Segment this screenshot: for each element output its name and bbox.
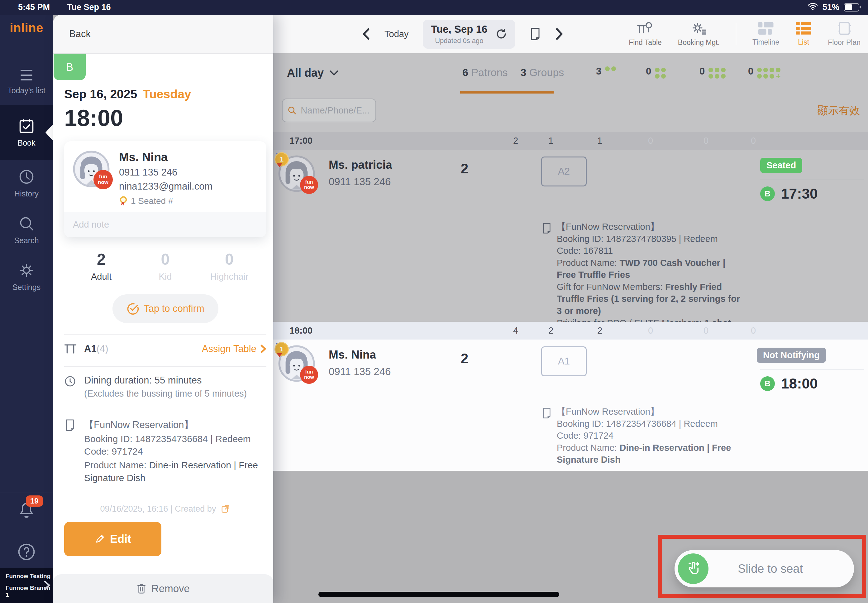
search-input[interactable]: [300, 105, 370, 116]
next-day-button[interactable]: [555, 28, 563, 40]
slide-to-seat-control[interactable]: Slide to seat: [675, 550, 854, 588]
size-count-1-2: 3: [596, 66, 616, 77]
table-badge[interactable]: A2: [541, 156, 587, 186]
all-day-filter[interactable]: All day: [287, 66, 339, 79]
booking-mgt-label: Booking Mgt.: [678, 39, 720, 47]
notification-badge: 19: [26, 495, 43, 507]
weekday-text: Tuesday: [143, 87, 191, 101]
find-table-label: Find Table: [629, 39, 662, 47]
view-floor-plan-button[interactable]: Floor Plan: [828, 21, 860, 47]
search-box[interactable]: [282, 99, 376, 122]
party-size: 2: [455, 351, 475, 366]
add-note-field[interactable]: Add note: [64, 212, 267, 237]
list-lines-icon: [19, 69, 34, 82]
guest-phone: 0911 135 246: [329, 176, 391, 188]
sidebar-item-settings[interactable]: Settings: [0, 254, 53, 300]
party-highchair[interactable]: 0 Highchair: [203, 250, 256, 282]
table-icon: [64, 343, 84, 355]
assign-table-label: Assign Table: [202, 343, 256, 354]
reservation-date: Sep 16, 2025Tuesday: [64, 87, 267, 101]
home-indicator[interactable]: [318, 592, 559, 597]
sidebar-item-book[interactable]: Book: [0, 105, 53, 160]
note-icon: [64, 418, 84, 484]
status-divider: [760, 179, 864, 180]
party-adult-count: 2: [75, 250, 128, 269]
party-size-dots: [655, 68, 666, 79]
sidebar-item-label: Settings: [12, 283, 40, 292]
prev-day-button[interactable]: [362, 28, 370, 40]
booking-time: B 17:30: [760, 185, 818, 202]
guest-visits: 1 Seated #: [119, 196, 213, 206]
note-section: 【FunNow Reservation】 Booking ID: 1487235…: [64, 410, 267, 484]
org-name: Funnow Testing: [6, 573, 53, 580]
floor-plan-label: Floor Plan: [828, 39, 860, 47]
help-button[interactable]: [0, 542, 53, 561]
size-count-value: 3: [596, 66, 601, 77]
branch-switcher[interactable]: Funnow Testing Funnow Branch 1: [0, 568, 53, 603]
party-size-row: 2 Adult 0 Kid 0 Highchair: [64, 250, 267, 282]
gear-icon: [19, 262, 35, 278]
swipe-hand-icon: [685, 561, 701, 577]
note-label: Booking ID: 14872354736684 | Redeem Code…: [557, 419, 718, 441]
note-label: Product Name:: [557, 258, 619, 268]
assign-table-button[interactable]: Assign Table: [202, 343, 267, 354]
refresh-icon[interactable]: [495, 28, 507, 40]
reservation-note: 【FunNow Reservation】 Booking ID: 1487235…: [542, 406, 744, 466]
medal-icon: [119, 196, 128, 206]
show-valid-toggle[interactable]: 顯示有效: [817, 104, 860, 118]
back-button[interactable]: Back: [69, 28, 91, 40]
status-time: 5:45 PM: [18, 3, 50, 12]
booking-source-icon: B: [760, 186, 775, 201]
slide-handle[interactable]: [678, 554, 708, 584]
party-size-dots: [708, 68, 726, 79]
avatar: 1 fun now: [278, 155, 315, 192]
created-by-text: 09/16/2025, 16:16 | Created by: [100, 504, 216, 514]
tap-to-confirm-button[interactable]: Tap to confirm: [113, 294, 218, 323]
party-adult-label: Adult: [75, 272, 128, 282]
remove-label: Remove: [151, 583, 190, 595]
edit-button[interactable]: Edit: [64, 522, 161, 556]
funnow-badge-bottom: now: [304, 375, 314, 380]
sidebar-item-history[interactable]: History: [0, 160, 53, 207]
band-time-label: 17:00: [290, 136, 313, 146]
floor-plan-icon: [837, 21, 851, 36]
app-screen: 5:45 PM Tue Sep 16 51% inline To: [0, 0, 868, 603]
size-count-value: 0: [700, 66, 705, 77]
table-badge[interactable]: A1: [541, 346, 587, 376]
all-day-label: All day: [287, 66, 324, 79]
band-count: 0: [699, 326, 713, 336]
today-button[interactable]: Today: [384, 29, 409, 39]
view-list-button[interactable]: List: [796, 22, 812, 46]
notifications-button[interactable]: 19: [0, 493, 53, 520]
band-count: 2: [509, 136, 523, 146]
trash-icon: [136, 583, 146, 594]
day-note-icon[interactable]: [530, 28, 541, 40]
date-selector[interactable]: Tue, Sep 16 Updated 0s ago: [423, 20, 515, 49]
remove-button[interactable]: Remove: [53, 574, 273, 603]
find-table-button[interactable]: Find Table: [629, 21, 662, 47]
guest-email: nina1233@gmail.com: [119, 181, 213, 192]
sidebar-item-todays-list[interactable]: Today's list: [0, 58, 53, 105]
reservation-row-nina[interactable]: 1 fun now Ms. Nina 0911 135 246 2 A1 【Fu…: [273, 340, 868, 471]
patrons-groups-summary[interactable]: 6 Patrons 3 Groups: [463, 66, 564, 79]
party-adult[interactable]: 2 Adult: [75, 250, 128, 282]
slide-to-seat-label: Slide to seat: [708, 562, 832, 575]
sidebar-item-search[interactable]: Search: [0, 207, 53, 254]
guest-name: Ms. Nina: [119, 151, 213, 164]
active-notch: [45, 124, 53, 141]
band-count: 1: [593, 136, 607, 146]
booking-mgt-button[interactable]: Booking Mgt.: [678, 21, 720, 47]
party-highchair-label: Highchair: [203, 272, 256, 282]
note-title: 【FunNow Reservation】: [557, 406, 744, 418]
visit-count-badge: 1: [274, 152, 289, 167]
timeline-icon: [758, 22, 774, 35]
band-count: 2: [544, 326, 558, 336]
reservation-row-patricia[interactable]: 1 fun now Ms. patricia 0911 135 246 2 A2…: [273, 150, 868, 322]
view-timeline-button[interactable]: Timeline: [752, 22, 779, 46]
note-label: Product Name:: [557, 443, 619, 453]
external-link-icon[interactable]: [221, 504, 230, 513]
party-kid-count: 0: [139, 250, 192, 269]
guest-name: Ms. Nina: [329, 348, 376, 361]
party-kid[interactable]: 0 Kid: [139, 250, 192, 282]
note-line: Product Name: Dine-in Reservation | Free…: [84, 459, 267, 484]
